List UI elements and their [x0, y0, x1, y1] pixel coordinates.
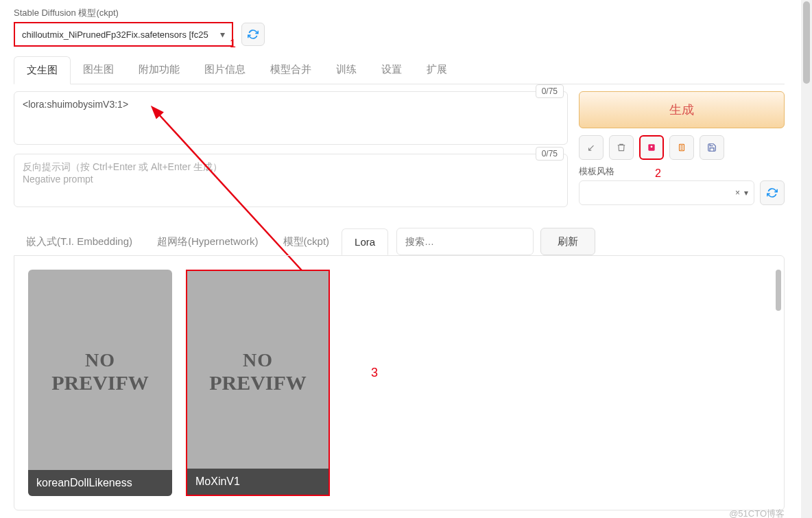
neg-counter: 0/75 — [536, 147, 564, 161]
style-select[interactable]: × ▾ — [579, 180, 754, 205]
trash-icon-button[interactable] — [609, 135, 634, 160]
style-label: 模板风格 — [579, 165, 785, 178]
extra-networks-button[interactable] — [639, 135, 664, 160]
cards-scrollbar[interactable] — [776, 270, 781, 311]
tab-img2img[interactable]: 图生图 — [71, 56, 126, 84]
extra-networks-tabs: 嵌入式(T.I. Embedding) 超网络(Hypernetwork) 模型… — [14, 228, 785, 255]
chevron-down-icon: ▾ — [220, 29, 225, 40]
no-preview-placeholder: NO PREVIFW — [51, 349, 149, 395]
watermark: @51CTO博客 — [729, 508, 785, 518]
prompt-counter: 0/75 — [536, 84, 564, 98]
clipboard-icon-button[interactable] — [669, 135, 694, 160]
neg-placeholder-1: 反向提示词（按 Ctrl+Enter 或 Alt+Enter 生成） — [23, 161, 559, 174]
arrow-icon-button[interactable]: ↙ — [579, 135, 604, 160]
lora-card-koreandoll[interactable]: NO PREVIFW koreanDollLikeness — [28, 270, 172, 496]
tab-ckpt[interactable]: 模型(ckpt) — [271, 228, 342, 255]
clear-icon[interactable]: × — [735, 188, 740, 198]
neg-placeholder-2: Negative prompt — [23, 174, 559, 185]
page-scrollbar-track[interactable] — [801, 0, 812, 518]
annotation-2: 2 — [655, 167, 661, 180]
tab-txt2img[interactable]: 文生图 — [14, 56, 71, 84]
generate-button[interactable]: 生成 — [579, 91, 785, 128]
save-icon-button[interactable] — [700, 135, 724, 160]
annotation-3: 3 — [371, 366, 378, 380]
no-preview-placeholder: NO PREVIFW — [209, 349, 307, 395]
card-label: MoXinV1 — [187, 469, 329, 495]
tab-extras[interactable]: 附加功能 — [126, 56, 192, 84]
svg-point-1 — [651, 145, 653, 148]
tab-merge[interactable]: 模型合并 — [258, 56, 324, 84]
refresh-list-button[interactable]: 刷新 — [540, 228, 595, 255]
page-scrollbar-thumb[interactable] — [803, 1, 810, 84]
card-label: koreanDollLikeness — [28, 470, 172, 496]
annotation-1: 1 — [230, 38, 236, 50]
lora-cards-panel: NO PREVIFW koreanDollLikeness NO PREVIFW… — [14, 255, 785, 510]
search-input[interactable] — [396, 228, 534, 255]
tab-hypernetwork[interactable]: 超网络(Hypernetwork) — [145, 228, 271, 255]
chevron-down-icon: ▾ — [744, 188, 748, 198]
negative-prompt-input[interactable]: 反向提示词（按 Ctrl+Enter 或 Alt+Enter 生成） Negat… — [14, 154, 568, 207]
tab-extensions[interactable]: 扩展 — [414, 56, 459, 84]
tab-embedding[interactable]: 嵌入式(T.I. Embedding) — [14, 228, 145, 255]
main-tabs: 文生图 图生图 附加功能 图片信息 模型合并 训练 设置 扩展 — [14, 56, 785, 84]
checkpoint-label: Stable Diffusion 模型(ckpt) — [14, 7, 785, 19]
lora-card-moxin[interactable]: NO PREVIFW MoXinV1 — [186, 270, 330, 496]
prompt-input[interactable] — [14, 91, 568, 145]
tab-train[interactable]: 训练 — [324, 56, 369, 84]
refresh-style-button[interactable] — [760, 180, 785, 205]
tab-lora[interactable]: Lora — [342, 228, 388, 255]
refresh-checkpoint-button[interactable] — [241, 23, 265, 46]
checkpoint-value: chilloutmix_NiPrunedFp32Fix.safetensors … — [22, 30, 208, 40]
checkpoint-dropdown[interactable]: chilloutmix_NiPrunedFp32Fix.safetensors … — [14, 22, 233, 47]
tab-settings[interactable]: 设置 — [369, 56, 414, 84]
tab-imageinfo[interactable]: 图片信息 — [192, 56, 258, 84]
